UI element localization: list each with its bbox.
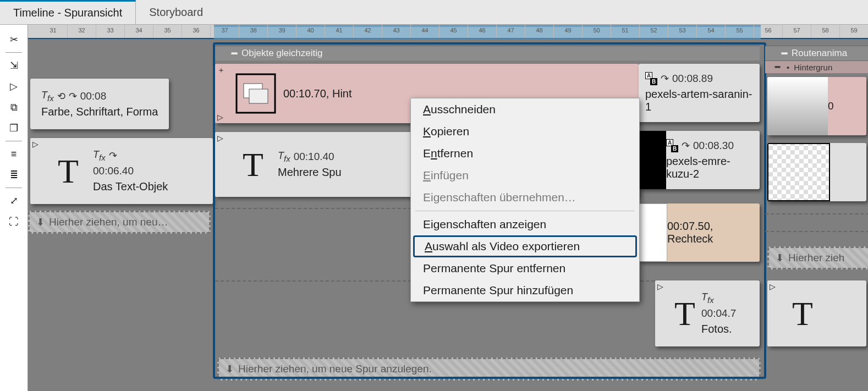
clip-thumbnail: [639, 131, 666, 189]
tool-collapse-icon[interactable]: ⇲: [6, 57, 22, 74]
collapse-icon[interactable]: ━: [775, 62, 780, 72]
tfx-icon: Tfx: [701, 291, 714, 305]
subchapter-title: Hintergrun: [794, 63, 832, 72]
ctx-label: uswahl als Video exportieren: [432, 240, 580, 252]
clip-thumbnail: [228, 64, 283, 123]
clip-rectangle[interactable]: 00:07.50, Rechteck: [639, 203, 760, 262]
digit: 0: [828, 100, 862, 112]
ctx-label: tfernen: [437, 147, 473, 159]
text-icon: T: [58, 152, 79, 191]
tool-alignleft-icon[interactable]: ≡: [6, 146, 22, 162]
tool-addtrack-icon[interactable]: ⧉: [6, 99, 22, 115]
clip-name: Das Text-Objek: [93, 180, 208, 193]
tfx-icon: Tfx: [278, 150, 290, 163]
tab-timeline[interactable]: Timeline - Spuransicht: [0, 0, 136, 24]
curve-icon: ↷: [109, 150, 117, 162]
ctx-perm-remove[interactable]: Permanente Spur entfernen: [411, 257, 639, 279]
ctx-perm-add[interactable]: Permanente Spur hinzufügen: [411, 279, 639, 301]
ctx-label: usschneiden: [431, 103, 496, 115]
clip-fotos[interactable]: ▷ T Tfx 00:04.7 Fotos.: [655, 280, 760, 346]
clip-thumbnail: [767, 77, 828, 135]
text-icon: T: [792, 294, 813, 333]
link-icon: ⟲: [57, 90, 65, 102]
clip-time: 00:06.40: [93, 165, 134, 177]
clip-thumbnail: [639, 203, 667, 262]
chapter-header[interactable]: ━ Routenanima: [765, 46, 868, 60]
tfx-icon: Tfx: [93, 149, 106, 162]
arrow-down-icon: ⬇: [36, 216, 45, 228]
left-toolbar: ✂ ⇲ ▷ ⧉ ❐ ≡ ≣ ⤢ ⛶: [0, 25, 28, 391]
tool-fitall-icon[interactable]: ⛶: [6, 213, 22, 230]
svg-rect-2: [249, 89, 268, 103]
subchapter-header[interactable]: ━ • Hintergrun: [765, 60, 868, 73]
clip-name: Fotos.: [701, 323, 755, 335]
clip-routebg-2[interactable]: [767, 143, 866, 201]
drop-lane-main[interactable]: ⬇ Hierher ziehen, um neue Spur anzulegen…: [217, 357, 761, 381]
clip-name: pexels-emre-kuzu-2: [666, 155, 755, 180]
clip-text-object[interactable]: ▷ T Tfx↷ 00:06.40 Das Text-Objek: [30, 138, 213, 204]
expand-icon[interactable]: ▷: [215, 111, 228, 123]
add-icon[interactable]: ＋: [215, 64, 228, 77]
clip-time: 00:10.70: [283, 87, 326, 100]
ab-icon: [645, 74, 657, 84]
chapter-title-text: Routenanima: [792, 48, 847, 59]
clip-name: Farbe, Schriftart, Forma: [41, 106, 164, 118]
collapse-icon[interactable]: ━: [782, 48, 787, 59]
curve-icon: ↷: [682, 140, 690, 152]
clip-time: 00:08.89: [672, 73, 713, 85]
ab-icon: [666, 141, 678, 151]
tracks-area: Tfx⟲↷00:08 Farbe, Schriftart, Forma ▷ T …: [28, 39, 868, 391]
clip-name: , Hint: [326, 87, 352, 100]
curve-icon: ↷: [661, 73, 669, 85]
context-menu: Ausschneiden Kopieren Entfernen Einfügen…: [410, 98, 640, 302]
collapse-icon[interactable]: ━: [232, 48, 237, 59]
drop-lane-left[interactable]: ⬇ Hierher ziehen, um neu…: [28, 211, 211, 234]
tool-cut-icon[interactable]: ✂: [6, 31, 22, 48]
tool-group-icon[interactable]: ❐: [6, 120, 22, 136]
app-root: Timeline - Spuransicht Storyboard ✂ ⇲ ▷ …: [0, 0, 868, 391]
drop-text: Hierher zieh: [788, 252, 844, 264]
clip-time: 00:07.50: [667, 220, 710, 232]
ruler-ticks: 3132333435 3637383940 4142434445 4647484…: [39, 25, 868, 38]
chapter-title-text: Objekte gleichzeitig: [241, 48, 322, 59]
tool-fit-icon[interactable]: ⤢: [6, 192, 22, 209]
ctx-paste: Einfügen: [411, 164, 639, 186]
drop-lane-far[interactable]: ⬇ Hierher zieh: [767, 246, 868, 269]
timeline-area: 3132333435 3637383940 4142434445 4647484…: [28, 25, 868, 391]
clip-text-fx[interactable]: Tfx⟲↷00:08 Farbe, Schriftart, Forma: [30, 79, 169, 129]
clip-pexels-artem[interactable]: ↷00:08.89 pexels-artem-saranin-1: [639, 64, 760, 122]
text-icon: T: [243, 145, 263, 184]
ctx-inherit: Eigenschaften übernehmen…: [411, 186, 639, 208]
chapter-header[interactable]: ━ Objekte gleichzeitig: [215, 46, 760, 60]
expand-icon[interactable]: ▷: [767, 280, 781, 293]
arrow-down-icon: ⬇: [776, 252, 784, 264]
timeline-ruler[interactable]: 3132333435 3637383940 4142434445 4647484…: [28, 25, 868, 39]
ctx-label: infügen: [431, 169, 469, 181]
clip-name: pexels-artem-saranin-1: [645, 88, 755, 113]
ctx-show-props[interactable]: Eigenschaften anzeigen: [411, 213, 639, 235]
ctx-remove[interactable]: Entfernen: [411, 142, 639, 164]
clip-pexels-emre[interactable]: ↷00:08.30 pexels-emre-kuzu-2: [639, 131, 760, 189]
expand-icon[interactable]: ▷: [655, 280, 668, 293]
ctx-copy[interactable]: Kopieren: [411, 120, 639, 142]
clip-time: 00:04.7: [701, 307, 736, 320]
tfx-icon: Tfx: [41, 90, 54, 103]
expand-icon[interactable]: ▷: [215, 132, 228, 144]
drop-text: Hierher ziehen, um neue Spur anzulegen.: [238, 363, 432, 375]
ctx-export-selection[interactable]: Auswahl als Video exportieren: [413, 235, 637, 257]
tab-storyboard[interactable]: Storyboard: [136, 0, 216, 24]
drop-text: Hierher ziehen, um neu…: [49, 216, 168, 228]
tool-alignright-icon[interactable]: ≣: [6, 167, 22, 183]
clip-route-text[interactable]: ▷ T: [767, 280, 866, 346]
clip-routebg-1[interactable]: 0: [767, 77, 866, 135]
clip-time: 00:08.30: [693, 140, 734, 152]
ctx-cut[interactable]: Ausschneiden: [411, 98, 639, 120]
expand-icon[interactable]: ▷: [30, 138, 43, 150]
tool-play-icon[interactable]: ▷: [6, 78, 22, 95]
clip-time: 00:10.40: [294, 151, 334, 163]
view-tabs: Timeline - Spuransicht Storyboard: [0, 0, 868, 25]
chapter-route: ━ Routenanima ━ • Hintergrun 0: [765, 46, 868, 368]
curve-icon: ↷: [69, 90, 77, 102]
clip-thumbnail: [767, 143, 830, 201]
ctx-label: opieren: [431, 125, 469, 137]
